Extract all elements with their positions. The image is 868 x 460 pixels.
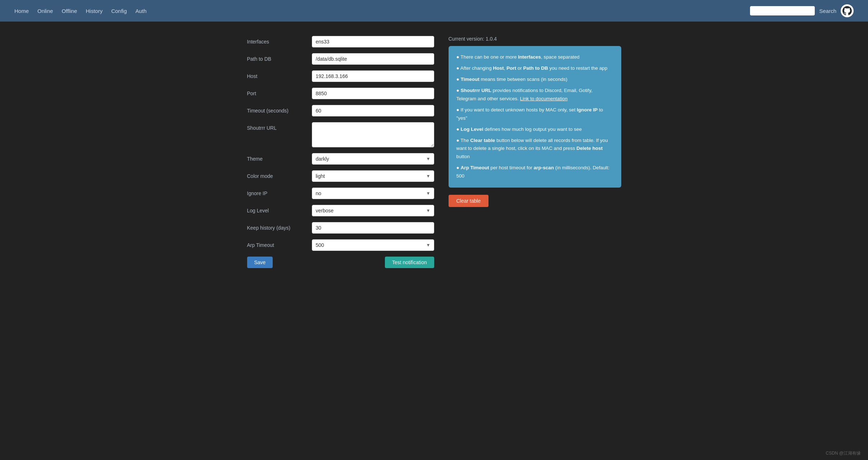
port-row: Port	[247, 88, 434, 99]
color-mode-select-wrapper: light dark ▼	[312, 170, 434, 182]
github-icon[interactable]	[841, 4, 854, 17]
info-point-4: ● Shoutrrr URL provides notifications to…	[456, 87, 613, 103]
info-point-7: ● The Clear table button below will dele…	[456, 137, 613, 161]
theme-row: Theme darkly default cerulean ▼	[247, 153, 434, 165]
color-mode-select[interactable]: light dark	[312, 170, 434, 182]
info-point-3: ● Timeout means time between scans (in s…	[456, 75, 613, 84]
timeout-input[interactable]	[312, 105, 434, 116]
path-to-db-row: Path to DB	[247, 53, 434, 65]
interfaces-label: Interfaces	[247, 36, 312, 45]
path-to-db-input[interactable]	[312, 53, 434, 65]
timeout-label: Timeout (seconds)	[247, 105, 312, 114]
color-mode-row: Color mode light dark ▼	[247, 170, 434, 182]
theme-select-wrapper: darkly default cerulean ▼	[312, 153, 434, 165]
arp-timeout-select-wrapper: 500 100 200 1000 ▼	[312, 239, 434, 251]
shoutrrr-docs-link[interactable]: Link to documentation	[520, 96, 568, 101]
color-mode-label: Color mode	[247, 170, 312, 179]
host-label: Host	[247, 70, 312, 79]
log-level-row: Log Level verbose debug info warn error …	[247, 205, 434, 216]
keep-history-input[interactable]	[312, 222, 434, 234]
shoutrrr-textarea[interactable]	[312, 122, 434, 147]
save-button[interactable]: Save	[247, 257, 273, 268]
host-row: Host	[247, 70, 434, 82]
theme-select[interactable]: darkly default cerulean	[312, 153, 434, 165]
button-row: Save Test notification	[247, 257, 434, 268]
log-level-select-wrapper: verbose debug info warn error ▼	[312, 205, 434, 216]
keep-history-label: Keep history (days)	[247, 222, 312, 231]
info-point-8: ● Arp Timeout per host timeout for arp-s…	[456, 164, 613, 180]
interfaces-input[interactable]	[312, 36, 434, 47]
interfaces-row: Interfaces	[247, 36, 434, 47]
info-point-1: ● There can be one or more Interfaces, s…	[456, 53, 613, 61]
nav-online[interactable]: Online	[37, 8, 53, 14]
nav-links: Home Online Offline History Config Auth	[14, 8, 146, 14]
version-text: Current version: 1.0.4	[449, 36, 621, 42]
clear-table-button[interactable]: Clear table	[449, 195, 489, 207]
info-box: ● There can be one or more Interfaces, s…	[449, 46, 621, 188]
info-point-5: ● If you want to detect unknown hosts by…	[456, 106, 613, 123]
nav-home[interactable]: Home	[14, 8, 29, 14]
info-point-6: ● Log Level defines how much log output …	[456, 125, 613, 134]
nav-config[interactable]: Config	[111, 8, 127, 14]
nav-auth[interactable]: Auth	[136, 8, 147, 14]
main-content: Interfaces Path to DB Host Port Timeout …	[0, 22, 868, 282]
ignore-ip-select-wrapper: no yes ▼	[312, 188, 434, 199]
shoutrrr-row: Shoutrrr URL	[247, 122, 434, 147]
keep-history-row: Keep history (days)	[247, 222, 434, 234]
log-level-label: Log Level	[247, 205, 312, 213]
ignore-ip-row: Ignore IP no yes ▼	[247, 188, 434, 199]
nav-offline[interactable]: Offline	[62, 8, 77, 14]
path-to-db-label: Path to DB	[247, 53, 312, 62]
info-panel: Current version: 1.0.4 ● There can be on…	[449, 36, 621, 268]
port-input[interactable]	[312, 88, 434, 99]
host-input[interactable]	[312, 70, 434, 82]
form-panel: Interfaces Path to DB Host Port Timeout …	[247, 36, 434, 268]
info-point-2: ● After changing Host, Port or Path to D…	[456, 64, 613, 73]
test-notification-button[interactable]: Test notification	[385, 257, 434, 268]
ignore-ip-select[interactable]: no yes	[312, 188, 434, 199]
nav-right: Search	[750, 4, 854, 17]
log-level-select[interactable]: verbose debug info warn error	[312, 205, 434, 216]
arp-timeout-label: Arp Timeout	[247, 239, 312, 248]
navbar: Home Online Offline History Config Auth …	[0, 0, 868, 22]
search-input[interactable]	[750, 6, 815, 15]
port-label: Port	[247, 88, 312, 96]
shoutrrr-label: Shoutrrr URL	[247, 122, 312, 131]
timeout-row: Timeout (seconds)	[247, 105, 434, 116]
nav-history[interactable]: History	[86, 8, 103, 14]
search-label: Search	[819, 8, 836, 14]
watermark: CSDN @江湖有缘	[826, 450, 861, 456]
ignore-ip-label: Ignore IP	[247, 188, 312, 196]
theme-label: Theme	[247, 153, 312, 162]
arp-timeout-select[interactable]: 500 100 200 1000	[312, 239, 434, 251]
arp-timeout-row: Arp Timeout 500 100 200 1000 ▼	[247, 239, 434, 251]
